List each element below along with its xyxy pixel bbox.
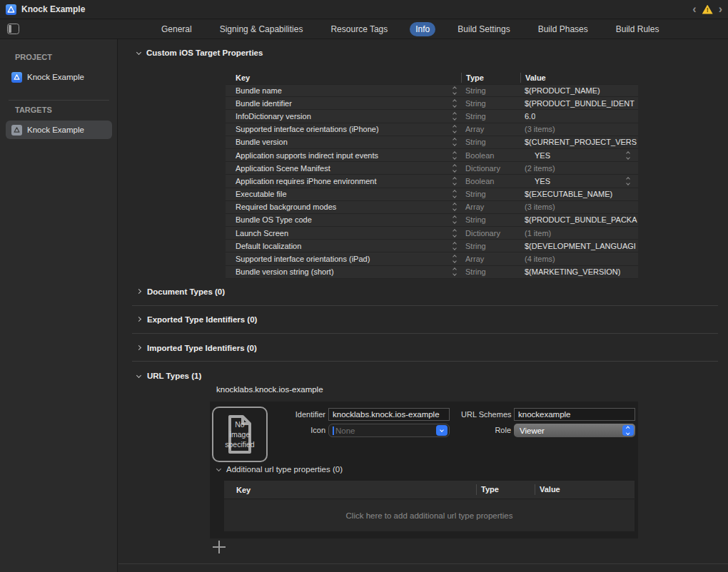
stepper-icon[interactable] <box>453 165 456 172</box>
tab-general[interactable]: General <box>156 22 198 36</box>
property-type-cell[interactable]: String <box>461 99 520 108</box>
property-value-cell[interactable]: YES <box>520 151 638 160</box>
combo-dropdown-button[interactable] <box>436 425 448 436</box>
property-key-cell[interactable]: Application requires iPhone environment <box>226 177 461 185</box>
property-value-cell[interactable]: (3 items) <box>520 125 638 133</box>
identifier-input[interactable]: knocklabs.knock.ios-example <box>328 408 450 421</box>
add-additional-properties-area[interactable]: Click here to add additional url type pr… <box>224 499 635 531</box>
property-type-cell[interactable]: String <box>461 215 520 224</box>
sidebar-item-target-knock-example[interactable]: Knock Example <box>6 121 112 139</box>
stepper-icon[interactable] <box>627 152 630 159</box>
property-value-cell[interactable]: YES <box>520 177 638 185</box>
forward-chevron-icon[interactable]: › <box>719 4 722 15</box>
tab-resource-tags[interactable]: Resource Tags <box>325 22 393 36</box>
sidebar-toggle-icon[interactable] <box>7 24 19 34</box>
stepper-icon[interactable] <box>453 230 456 237</box>
property-key-cell[interactable]: Required background modes <box>226 203 461 211</box>
section-document-types[interactable]: Document Types (0) <box>137 287 225 296</box>
section-custom-ios-target-properties[interactable]: Custom iOS Target Properties <box>137 48 263 57</box>
property-key-cell[interactable]: Supported interface orientations (iPhone… <box>226 125 461 133</box>
tab-build-rules[interactable]: Build Rules <box>610 22 665 36</box>
property-row[interactable]: Application Scene ManifestDictionary(2 i… <box>226 162 638 175</box>
property-type-cell[interactable]: Dictionary <box>461 229 520 238</box>
property-value-cell[interactable]: (2 items) <box>520 164 638 173</box>
back-chevron-icon[interactable]: ‹ <box>692 4 696 15</box>
stepper-icon[interactable] <box>453 216 456 223</box>
stepper-icon[interactable] <box>453 255 456 262</box>
property-type-cell[interactable]: String <box>461 267 520 276</box>
property-row[interactable]: Launch ScreenDictionary(1 item) <box>226 227 638 240</box>
property-value-cell[interactable]: (3 items) <box>520 203 638 211</box>
property-value-cell[interactable]: $(MARKETING_VERSION) <box>520 267 638 276</box>
add-url-type-button[interactable] <box>213 541 226 553</box>
property-value-cell[interactable]: $(DEVELOPMENT_LANGUAGI <box>520 242 638 250</box>
property-type-cell[interactable]: Boolean <box>461 177 520 185</box>
stepper-icon[interactable] <box>453 138 456 145</box>
tab-build-settings[interactable]: Build Settings <box>452 22 515 36</box>
property-key-cell[interactable]: Supported interface orientations (iPad) <box>226 255 461 263</box>
tab-build-phases[interactable]: Build Phases <box>532 22 594 36</box>
property-row[interactable]: Supported interface orientations (iPad)A… <box>226 252 638 265</box>
property-key-cell[interactable]: Bundle identifier <box>226 99 461 108</box>
section-imported-type-identifiers[interactable]: Imported Type Identifiers (0) <box>137 344 257 352</box>
property-value-cell[interactable]: 6.0 <box>520 112 638 121</box>
tab-info[interactable]: Info <box>410 22 435 36</box>
property-key-cell[interactable]: Bundle OS Type code <box>226 215 461 224</box>
stepper-icon[interactable] <box>453 242 456 250</box>
stepper-icon[interactable] <box>627 178 630 185</box>
role-popup-button[interactable]: Viewer <box>514 424 635 437</box>
property-key-cell[interactable]: Executable file <box>226 190 461 198</box>
stepper-icon[interactable] <box>453 268 456 275</box>
icon-combobox[interactable]: None <box>328 424 450 437</box>
property-type-cell[interactable]: String <box>461 112 520 121</box>
property-key-cell[interactable]: Default localization <box>226 242 461 250</box>
property-key-cell[interactable]: Application supports indirect input even… <box>226 151 461 160</box>
property-type-cell[interactable]: String <box>461 86 520 95</box>
property-row[interactable]: Bundle version string (short)String$(MAR… <box>226 266 638 279</box>
property-value-cell[interactable]: (1 item) <box>520 229 638 238</box>
property-value-cell[interactable]: $(PRODUCT_NAME) <box>520 86 638 95</box>
property-row[interactable]: Bundle identifierString$(PRODUCT_BUNDLE_… <box>226 97 638 110</box>
url-schemes-input[interactable]: knockexample <box>514 408 635 421</box>
property-type-cell[interactable]: Array <box>461 255 520 263</box>
property-type-cell[interactable]: Dictionary <box>461 164 520 173</box>
property-key-cell[interactable]: Bundle name <box>226 86 461 95</box>
warning-triangle-icon[interactable]: ! <box>702 5 713 14</box>
stepper-icon[interactable] <box>453 100 456 107</box>
stepper-icon[interactable] <box>453 87 456 94</box>
property-row[interactable]: Application supports indirect input even… <box>226 149 638 162</box>
property-type-cell[interactable]: String <box>461 242 520 250</box>
stepper-icon[interactable] <box>453 178 456 185</box>
url-type-image-well[interactable]: Noimagespecified <box>212 407 268 462</box>
property-row[interactable]: Bundle OS Type codeString$(PRODUCT_BUNDL… <box>226 214 638 227</box>
property-key-cell[interactable]: Bundle version <box>226 138 461 146</box>
property-row[interactable]: Supported interface orientations (iPhone… <box>226 123 638 136</box>
section-exported-type-identifiers[interactable]: Exported Type Identifiers (0) <box>137 315 257 324</box>
property-key-cell[interactable]: Launch Screen <box>226 229 461 238</box>
section-url-types[interactable]: URL Types (1) <box>137 372 201 380</box>
property-row[interactable]: Executable fileString$(EXECUTABLE_NAME) <box>226 188 638 201</box>
property-type-cell[interactable]: String <box>461 138 520 146</box>
sidebar-item-project-knock-example[interactable]: Knock Example <box>6 68 112 86</box>
property-row[interactable]: Bundle versionString$(CURRENT_PROJECT_VE… <box>226 136 638 149</box>
stepper-icon[interactable] <box>453 152 456 159</box>
property-type-cell[interactable]: Array <box>461 203 520 211</box>
property-row[interactable]: Application requires iPhone environmentB… <box>226 175 638 188</box>
property-value-cell[interactable]: (4 items) <box>520 255 638 263</box>
property-value-cell[interactable]: $(PRODUCT_BUNDLE_IDENT <box>520 99 638 108</box>
property-row[interactable]: Bundle nameString$(PRODUCT_NAME) <box>226 84 638 97</box>
stepper-icon[interactable] <box>453 203 456 210</box>
property-row[interactable]: InfoDictionary versionString6.0 <box>226 110 638 123</box>
popup-stepper-button[interactable] <box>622 425 634 436</box>
tab-signing-capabilities[interactable]: Signing & Capabilities <box>214 22 309 36</box>
stepper-icon[interactable] <box>453 113 456 120</box>
stepper-icon[interactable] <box>453 190 456 198</box>
property-key-cell[interactable]: Bundle version string (short) <box>226 267 461 276</box>
property-type-cell[interactable]: Boolean <box>461 151 520 160</box>
property-row[interactable]: Default localizationString$(DEVELOPMENT_… <box>226 240 638 252</box>
property-key-cell[interactable]: InfoDictionary version <box>226 112 461 121</box>
property-type-cell[interactable]: Array <box>461 125 520 133</box>
additional-url-type-properties-header[interactable]: Additional url type properties (0) <box>217 465 343 474</box>
property-row[interactable]: Required background modesArray(3 items) <box>226 201 638 214</box>
stepper-icon[interactable] <box>453 126 456 133</box>
